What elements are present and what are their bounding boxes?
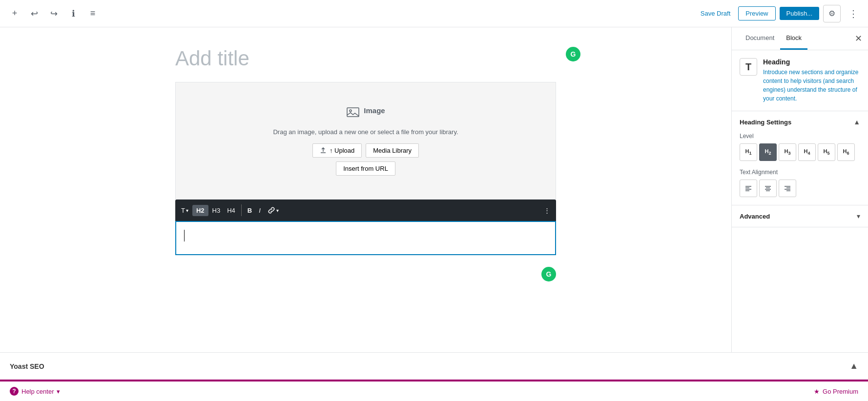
- heading-settings-body: Level H1 H2 H3 H4 H5 H6 Text Alignment: [732, 133, 868, 205]
- yoast-title: Yoast SEO: [10, 362, 44, 370]
- editor-content: Add title G Image Drag an im: [175, 47, 556, 285]
- level-h2-button[interactable]: H2: [759, 143, 777, 161]
- redo-icon: ↪: [50, 8, 58, 19]
- align-left-button[interactable]: [740, 180, 757, 197]
- advanced-section: Advanced ▾: [732, 205, 868, 227]
- preview-button[interactable]: Preview: [738, 6, 775, 20]
- add-block-button[interactable]: +: [6, 5, 23, 22]
- level-h5-button[interactable]: H5: [818, 143, 835, 161]
- bottom-bar: ? Help center ▾ ★ Go Premium: [0, 380, 868, 401]
- level-h3-button[interactable]: H3: [779, 143, 796, 161]
- undo-icon: ↩: [31, 8, 38, 19]
- go-premium-link[interactable]: ★ Go Premium: [814, 388, 858, 395]
- yoast-bar: Yoast SEO ▲: [0, 352, 868, 380]
- publish-button[interactable]: Publish...: [780, 7, 819, 20]
- redo-button[interactable]: ↪: [45, 5, 62, 22]
- link-button[interactable]: ▾: [265, 204, 282, 216]
- heading-settings-section: Heading Settings ▲ Level H1 H2 H3 H4 H5 …: [732, 111, 868, 205]
- sidebar-tabs: Document Block ✕: [732, 27, 868, 50]
- tab-block[interactable]: Block: [780, 27, 807, 50]
- svg-rect-0: [347, 108, 359, 117]
- block-header: T Heading Introduce new sections and org…: [732, 50, 868, 111]
- heading-block: T ▾ H2 H3 H4 B I ▾: [175, 200, 556, 255]
- level-buttons: H1 H2 H3 H4 H5 H6: [740, 143, 860, 161]
- help-icon: ?: [10, 387, 19, 396]
- media-library-button[interactable]: Media Library: [366, 143, 419, 158]
- star-icon: ★: [814, 388, 820, 395]
- align-center-button[interactable]: [759, 180, 777, 197]
- image-label: Image: [364, 106, 385, 115]
- settings-icon: ⚙: [828, 9, 835, 18]
- advanced-toggle[interactable]: ▾: [857, 212, 860, 220]
- italic-button[interactable]: I: [256, 205, 264, 216]
- bold-button[interactable]: B: [245, 205, 255, 216]
- block-info: Heading Introduce new sections and organ…: [763, 58, 860, 103]
- save-draft-button[interactable]: Save Draft: [697, 7, 734, 20]
- h3-button[interactable]: H3: [209, 205, 224, 216]
- image-buttons: ↑ Upload Media Library: [186, 143, 546, 158]
- more-rich-text-button[interactable]: ⋮: [541, 205, 553, 216]
- help-label: Help center: [21, 388, 54, 395]
- yoast-toggle-button[interactable]: ▲: [849, 361, 858, 371]
- heading-settings-title: Heading Settings: [740, 119, 791, 126]
- alignment-buttons: [740, 180, 860, 197]
- upload-button[interactable]: ↑ Upload: [312, 143, 362, 158]
- level-label: Level: [740, 133, 860, 140]
- svg-point-1: [350, 110, 351, 112]
- level-h1-button[interactable]: H1: [740, 143, 757, 161]
- right-sidebar: Document Block ✕ T Heading Introduce new…: [731, 27, 868, 352]
- menu-button[interactable]: ≡: [84, 5, 102, 22]
- post-title[interactable]: Add title: [175, 47, 556, 70]
- level-h6-button[interactable]: H6: [837, 143, 855, 161]
- align-right-button[interactable]: [779, 180, 796, 197]
- dropdown-icon: ▾: [57, 388, 60, 395]
- heading-block-toolbar: T ▾ H2 H3 H4 B I ▾: [175, 200, 556, 221]
- alignment-label: Text Alignment: [740, 169, 860, 176]
- h2-button[interactable]: H2: [192, 205, 208, 216]
- insert-from-url-button[interactable]: Insert from URL: [336, 161, 395, 176]
- level-h4-button[interactable]: H4: [798, 143, 816, 161]
- menu-icon: ≡: [90, 8, 96, 19]
- grammarly-badge-top: G: [566, 47, 580, 61]
- transform-icon: T: [181, 207, 185, 214]
- text-cursor: [184, 230, 185, 241]
- close-sidebar-button[interactable]: ✕: [855, 33, 862, 44]
- undo-button[interactable]: ↩: [25, 5, 43, 22]
- toolbar-right: Save Draft Preview Publish... ⚙ ⋮: [697, 5, 862, 22]
- advanced-title: Advanced: [740, 213, 770, 220]
- image-drag-text: Drag an image, upload a new one or selec…: [186, 128, 546, 136]
- block-type-icon: T: [740, 58, 757, 76]
- image-icon: [346, 106, 360, 122]
- more-options-button[interactable]: ⋮: [845, 5, 862, 22]
- info-button[interactable]: ℹ: [64, 5, 82, 22]
- more-icon: ⋮: [848, 8, 858, 20]
- top-toolbar: + ↩ ↪ ℹ ≡ Save Draft Preview Publish... …: [0, 0, 868, 27]
- h4-button[interactable]: H4: [224, 205, 238, 216]
- heading-settings-toggle[interactable]: ▲: [853, 118, 860, 126]
- tab-document[interactable]: Document: [740, 27, 780, 50]
- grammarly-bottom: G: [175, 263, 556, 285]
- image-block: Image Drag an image, upload a new one or…: [175, 82, 556, 200]
- advanced-section-header[interactable]: Advanced ▾: [732, 205, 868, 227]
- settings-button[interactable]: ⚙: [823, 5, 841, 22]
- info-icon: ℹ: [72, 8, 75, 19]
- transform-button[interactable]: T ▾: [178, 205, 191, 216]
- heading-settings-header[interactable]: Heading Settings ▲: [732, 111, 868, 133]
- add-icon: +: [12, 8, 18, 19]
- main-layout: Add title G Image Drag an im: [0, 27, 868, 352]
- toolbar-left: + ↩ ↪ ℹ ≡: [6, 5, 102, 22]
- heading-text-area[interactable]: [175, 221, 556, 255]
- block-name: Heading: [763, 58, 860, 66]
- premium-label: Go Premium: [823, 388, 858, 395]
- help-center-button[interactable]: ? Help center ▾: [10, 387, 60, 396]
- editor-area: Add title G Image Drag an im: [0, 27, 731, 352]
- block-description: Introduce new sections and organize cont…: [763, 68, 860, 103]
- toolbar-divider: [241, 204, 242, 216]
- grammarly-badge-bottom: G: [541, 267, 556, 281]
